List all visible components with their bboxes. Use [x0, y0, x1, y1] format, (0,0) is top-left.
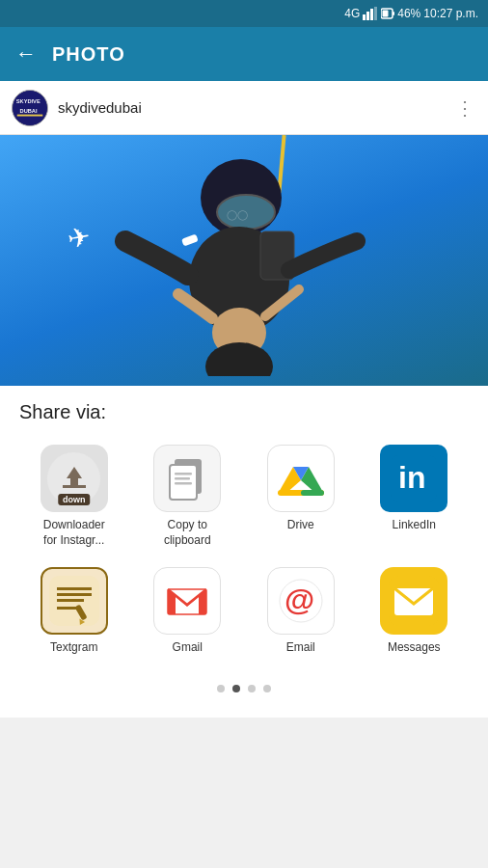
- drive-label: Drive: [287, 518, 314, 533]
- app-textgram[interactable]: Textgram: [19, 561, 129, 662]
- textgram-label: Textgram: [50, 640, 97, 656]
- gmail-icon: [153, 567, 221, 635]
- svg-rect-1: [366, 12, 369, 20]
- app-email[interactable]: @ Email: [246, 561, 356, 662]
- status-icons: 4G 46% 10:27 p.m.: [344, 7, 478, 20]
- svg-rect-37: [57, 593, 92, 596]
- app-downloader[interactable]: down Downloaderfor Instagr...: [19, 439, 129, 554]
- svg-text:DUBAI: DUBAI: [20, 107, 38, 113]
- gmail-label: Gmail: [173, 640, 203, 656]
- drive-icon: [267, 445, 335, 512]
- svg-rect-39: [57, 607, 76, 610]
- pagination-dot-4[interactable]: [263, 685, 271, 692]
- app-gmail[interactable]: Gmail: [133, 561, 243, 662]
- textgram-icon: [41, 567, 108, 635]
- svg-rect-32: [301, 490, 324, 496]
- svg-rect-24: [175, 473, 192, 475]
- down-badge: down: [58, 494, 91, 505]
- svg-rect-5: [393, 12, 394, 15]
- signal-bars-icon: [363, 7, 378, 20]
- app-drive[interactable]: Drive: [246, 439, 356, 554]
- profile-row: SKYDIVE DUBAI skydivedubai ⋮: [0, 81, 488, 135]
- svg-marker-19: [67, 467, 82, 478]
- copy-clipboard-icon: [153, 445, 221, 512]
- svg-rect-18: [181, 234, 199, 247]
- downloader-label: Downloaderfor Instagr...: [43, 518, 105, 548]
- email-icon: @: [267, 567, 335, 635]
- app-linkedin[interactable]: in LinkedIn: [360, 439, 470, 554]
- pagination-dots: [19, 673, 469, 708]
- svg-rect-2: [370, 9, 373, 20]
- top-bar: ← PHOTO: [0, 27, 488, 81]
- svg-text:in: in: [398, 460, 425, 495]
- messages-label: Messages: [388, 640, 441, 656]
- photo-area: ✈ ◯◯: [0, 135, 488, 386]
- email-label: Email: [286, 640, 315, 656]
- svg-rect-6: [383, 11, 389, 17]
- status-bar: 4G 46% 10:27 p.m.: [0, 0, 488, 27]
- app-copy-clipboard[interactable]: Copy toclipboard: [133, 439, 243, 554]
- battery-percent: 46%: [397, 7, 420, 20]
- svg-rect-0: [363, 14, 366, 20]
- svg-text:SKYDIVE: SKYDIVE: [16, 98, 41, 104]
- svg-text:@: @: [285, 583, 314, 617]
- share-section: Share via: down Downloaderfor Instagr...: [0, 386, 488, 718]
- share-title: Share via:: [19, 401, 469, 423]
- svg-rect-26: [175, 482, 192, 485]
- pagination-dot-3[interactable]: [248, 685, 256, 692]
- svg-rect-21: [63, 485, 86, 488]
- svg-rect-10: [17, 114, 43, 116]
- profile-left[interactable]: SKYDIVE DUBAI skydivedubai: [12, 90, 142, 126]
- messages-icon: [380, 567, 447, 635]
- signal-indicator: 4G: [344, 7, 360, 20]
- more-options-button[interactable]: ⋮: [455, 96, 476, 120]
- pagination-dot-2[interactable]: [232, 685, 240, 692]
- page-title: PHOTO: [52, 43, 125, 66]
- svg-text:◯◯: ◯◯: [227, 209, 248, 221]
- battery-icon: [381, 7, 394, 20]
- back-button[interactable]: ←: [15, 41, 37, 67]
- skydiver-figure: ◯◯: [0, 135, 488, 386]
- svg-rect-3: [374, 7, 377, 20]
- svg-point-17: [205, 342, 273, 376]
- downloader-icon: down: [41, 445, 108, 512]
- pagination-dot-1[interactable]: [217, 685, 225, 692]
- copy-clipboard-label: Copy toclipboard: [164, 518, 211, 548]
- linkedin-icon: in: [380, 445, 447, 512]
- linkedin-label: LinkedIn: [393, 518, 436, 533]
- username: skydivedubai: [58, 99, 142, 116]
- apps-grid: down Downloaderfor Instagr... Copy t: [19, 439, 469, 662]
- svg-rect-36: [57, 587, 92, 590]
- time-display: 10:27 p.m.: [423, 7, 478, 20]
- svg-rect-25: [175, 477, 190, 480]
- avatar: SKYDIVE DUBAI: [12, 90, 48, 126]
- svg-rect-38: [57, 599, 84, 602]
- app-messages[interactable]: Messages: [360, 561, 470, 662]
- downloader-inner: down: [47, 452, 100, 505]
